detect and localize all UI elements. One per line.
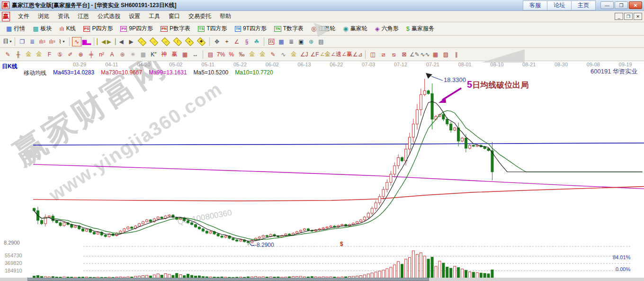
notepad-icon[interactable]: ≣ — [286, 37, 296, 46]
knot-tool-icon[interactable]: § — [242, 37, 251, 46]
shen-icon[interactable]: 神 — [159, 50, 169, 59]
menu-item-公式选股[interactable]: 公式选股 — [93, 11, 125, 22]
menu-item-设置[interactable]: 设置 — [125, 11, 144, 22]
window-icon[interactable]: ❐ — [18, 37, 27, 46]
angle-ying-icon[interactable]: ∠赢 — [342, 50, 352, 59]
calculator-icon[interactable]: ▦ — [277, 37, 286, 46]
star-icon[interactable]: ✳ — [128, 50, 138, 59]
box-lines-icon[interactable]: ◫ — [368, 50, 378, 59]
titlebar-button-主页[interactable]: 主页 — [571, 0, 596, 10]
gold-under-icon[interactable]: 金 — [258, 50, 268, 59]
wave-chart-icon[interactable]: ∿ — [72, 37, 81, 46]
minimize-button[interactable]: — — [600, 1, 614, 9]
toolbar-button-9t-square[interactable]: T99T四方形 — [232, 24, 270, 34]
menu-item-工具[interactable]: 工具 — [144, 11, 164, 22]
toolbar-button-winner-service[interactable]: $赢家服务 — [403, 24, 438, 34]
angle-tool-icon[interactable]: ∠ — [232, 37, 242, 46]
gann-circle-icon[interactable]: ⊕ — [117, 50, 127, 59]
h-measure-icon[interactable]: ↔ — [190, 50, 200, 59]
pct7-icon[interactable]: 7% — [216, 50, 226, 59]
fibo-f-icon[interactable]: F — [45, 50, 54, 59]
candle-style-icon[interactable]: ⌇▼ — [57, 37, 67, 46]
quote-page-icon[interactable]: ≣ — [27, 37, 37, 46]
grid-box2-icon[interactable]: ▧ — [441, 50, 451, 59]
menu-item-江恩[interactable]: 江恩 — [73, 11, 93, 22]
gann-arrow-lr-icon[interactable]: ↔ — [161, 38, 170, 45]
pct-icon[interactable]: % — [226, 50, 236, 59]
gann-arrow-ud-icon[interactable]: ↕ — [173, 38, 182, 45]
web-box-icon[interactable]: ⊠ — [399, 50, 409, 59]
brush-icon[interactable]: ✐ — [65, 50, 75, 59]
prev-bar-icon[interactable]: ◀ — [116, 37, 126, 46]
cloud-tool-icon[interactable]: ☘ — [252, 37, 261, 46]
period-day-icon[interactable]: 日▼ — [3, 37, 12, 46]
pen-icon[interactable]: ✎ — [3, 50, 13, 59]
menu-item-交易委托[interactable]: 交易委托 — [184, 11, 215, 22]
network-icon[interactable]: ⊕ — [306, 37, 316, 46]
bars-3-icon[interactable]: ılı3 — [37, 37, 47, 46]
candlestick-chart-canvas[interactable] — [0, 61, 644, 281]
toolbar-button-hexagon[interactable]: ◈六角形 — [372, 24, 402, 34]
titlebar-button-论坛[interactable]: 论坛 — [547, 0, 572, 10]
toolbar-button-p-square[interactable]: PSP四方形 — [80, 24, 116, 34]
toolbar-button-kline[interactable]: ılıK线 — [56, 24, 79, 34]
horizontal-scrollbar[interactable] — [0, 278, 644, 281]
angle-su-icon[interactable]: ∠速 — [331, 50, 341, 59]
angle-f-icon[interactable]: ∠F — [310, 50, 320, 59]
time-circle-icon[interactable]: ⊕ — [76, 50, 86, 59]
web-icon[interactable]: ▩ — [138, 50, 148, 59]
zigzag-icon[interactable]: ∿∿ — [420, 50, 430, 59]
toolbar-button-quotes[interactable]: ▦行情 — [3, 24, 28, 34]
gann-arrow-all-icon[interactable]: ＋ — [185, 38, 194, 45]
calendar-icon[interactable]: 21 — [267, 37, 276, 46]
toolbar-button-p-table[interactable]: PNP数字表 — [157, 24, 194, 34]
print-icon[interactable]: ▤ — [316, 37, 326, 46]
close-button[interactable]: ✕ — [629, 1, 642, 9]
e-chart-icon[interactable]: ▤ — [206, 50, 215, 59]
angle-four-icon[interactable]: ∠⊿ — [353, 50, 363, 59]
fan2-icon[interactable]: ⧅ — [389, 50, 399, 59]
toolbar-button-t-table[interactable]: TNT数字表 — [271, 24, 307, 34]
restore-button[interactable]: ❐ — [615, 1, 628, 9]
hand-tool-icon[interactable]: ✥ — [212, 37, 222, 46]
save-icon[interactable]: ▣ — [296, 37, 306, 46]
toolbar-button-t-square[interactable]: TST四方形 — [195, 24, 231, 34]
menu-item-帮助[interactable]: 帮助 — [215, 11, 235, 22]
gann-grid-icon[interactable]: ╫ — [13, 50, 23, 59]
grid2-icon[interactable]: ╪ — [86, 50, 96, 59]
next-bar-icon[interactable]: ▶ — [126, 37, 136, 46]
scrollbar-thumb[interactable] — [27, 278, 429, 281]
child-minimize-button[interactable]: _ — [615, 13, 623, 20]
first-bar-icon[interactable]: ▏◀ — [97, 37, 106, 46]
gold-circle-icon[interactable]: 金 — [24, 50, 34, 59]
ying-icon[interactable]: 赢 — [170, 50, 179, 59]
angle-gold-icon[interactable]: ∠金 — [320, 50, 331, 59]
menu-item-资讯[interactable]: 资讯 — [54, 11, 73, 22]
grid-box-icon[interactable]: ▦ — [430, 50, 440, 59]
k-mark-icon[interactable]: K″ — [149, 50, 159, 59]
toolbar-button-winner-wheel[interactable]: ◉赢家轮 — [340, 24, 370, 34]
chart-area[interactable]: 赢家财富网 www.yingjia360.com QQ:100800360 03… — [0, 61, 644, 281]
gold-line-icon[interactable]: 金 — [34, 50, 44, 59]
pct-line-icon[interactable]: ‰ — [237, 50, 247, 59]
gold-circ2-icon[interactable]: 金 — [247, 50, 257, 59]
menu-item-浏览[interactable]: 浏览 — [34, 11, 54, 22]
toolbar-button-9p-square[interactable]: P99P四方形 — [117, 24, 156, 34]
spiral-icon[interactable]: ⑤ — [55, 50, 65, 59]
gann-arrow-right-icon[interactable]: → — [149, 38, 159, 45]
n-square-icon[interactable]: n² — [97, 50, 107, 59]
menu-item-文件[interactable]: 文件 — [14, 11, 34, 22]
toolbar-button-sectors[interactable]: ▩板块 — [29, 24, 55, 34]
toolbar-button-gann-wheel[interactable]: ◎江恩轮 — [308, 24, 339, 34]
ruler-grid-icon[interactable]: ▦ — [180, 50, 190, 59]
gann-arrow-expand-icon[interactable]: ✚ — [197, 38, 206, 45]
menu-item-窗口[interactable]: 窗口 — [164, 11, 184, 22]
bars-9-icon[interactable]: ılı9 — [47, 37, 57, 46]
text-tool-icon[interactable]: A — [107, 50, 117, 59]
child-close-button[interactable]: ✕ — [634, 13, 642, 20]
pen2-icon[interactable]: ✎ — [268, 50, 278, 59]
gann-arrow-left-icon[interactable]: ← — [137, 38, 147, 45]
titlebar-button-客服[interactable]: 客服 — [523, 0, 547, 10]
angle-j-icon[interactable]: ∠J — [299, 50, 309, 59]
child-restore-button[interactable]: ❐ — [624, 13, 633, 20]
